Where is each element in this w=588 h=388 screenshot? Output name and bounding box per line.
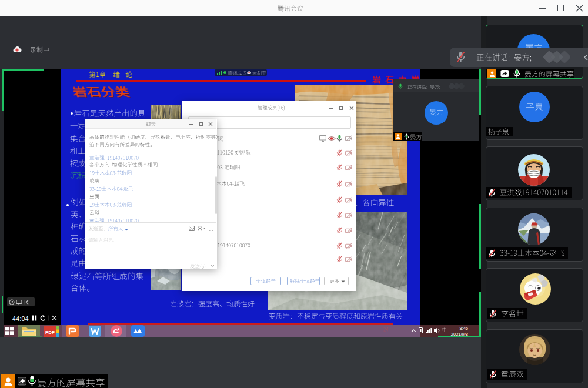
svg-text:PDF: PDF [45,330,55,335]
